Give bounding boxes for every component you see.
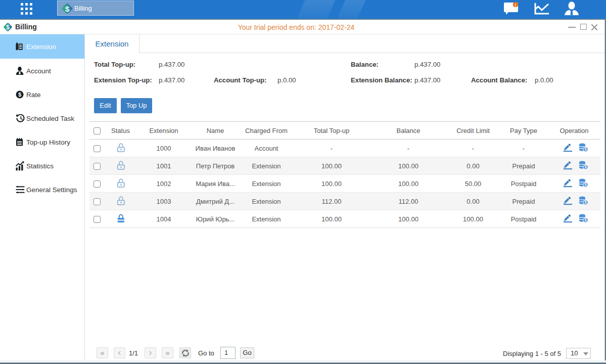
svg-text:$: $: [584, 182, 587, 187]
svg-text:$: $: [65, 5, 70, 13]
svg-text:$: $: [18, 92, 21, 98]
svg-text:$: $: [584, 164, 587, 169]
svg-text:$: $: [584, 217, 587, 222]
svg-text:!: !: [515, 3, 517, 8]
svg-text:$: $: [584, 147, 587, 152]
svg-text:$: $: [584, 200, 587, 205]
